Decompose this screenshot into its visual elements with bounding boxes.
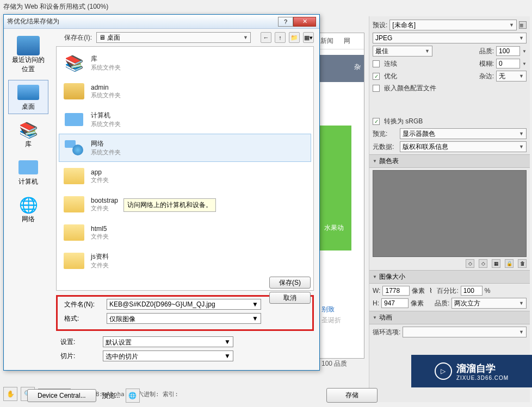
folder-icon bbox=[63, 222, 85, 243]
ct-trash-icon[interactable]: 🗑 bbox=[518, 259, 527, 268]
watermark-play-icon: ▷ bbox=[435, 362, 452, 380]
preview-dropdown-label: 预览... bbox=[102, 391, 120, 400]
preview-hero: 杂 bbox=[316, 55, 364, 82]
dialog-title: 将优化结果存储为 bbox=[7, 17, 59, 26]
slice-label: 切片: bbox=[56, 352, 97, 361]
place-label: 网络 bbox=[22, 215, 35, 224]
color-table bbox=[373, 170, 527, 257]
folder-icon bbox=[63, 251, 85, 271]
filename-label: 文件名(N): bbox=[60, 300, 101, 309]
dialog-titlebar[interactable]: 将优化结果存储为 ? ✕ bbox=[4, 15, 319, 29]
preset-select[interactable]: [未命名]▼ bbox=[389, 20, 517, 30]
folder-icon bbox=[63, 81, 85, 102]
place-label: 桌面 bbox=[22, 102, 35, 111]
new-folder-icon[interactable]: 📁 bbox=[289, 32, 300, 43]
link-icon[interactable]: ⌇ bbox=[427, 287, 435, 295]
animation-header[interactable]: 动画 bbox=[369, 311, 530, 324]
slice-select[interactable]: 选中的切片▼ bbox=[103, 350, 233, 361]
library-icon: 📚 bbox=[17, 120, 40, 140]
progressive-checkbox[interactable] bbox=[373, 60, 380, 67]
height-unit: 像素 bbox=[411, 299, 424, 308]
loop-label: 循环选项: bbox=[373, 328, 400, 337]
format-select[interactable]: JPEG▼ bbox=[373, 33, 527, 43]
format-select[interactable]: 仅限图像▼ bbox=[107, 313, 261, 324]
preview-label: 预览: bbox=[373, 129, 398, 139]
ct-icon-1[interactable]: ◇ bbox=[466, 259, 474, 268]
place-label: 最近访问的位置 bbox=[11, 55, 46, 74]
ct-lock-icon[interactable]: 🔒 bbox=[505, 259, 514, 268]
place-library[interactable]: 📚 库 bbox=[8, 117, 48, 152]
resample-label: 品质: bbox=[435, 299, 449, 308]
ct-icon-3[interactable]: ▦ bbox=[492, 259, 500, 268]
watermark-url: ZIXUE.3D66.COM bbox=[456, 375, 509, 381]
cancel-button[interactable]: 取消 bbox=[269, 292, 311, 304]
save-button[interactable]: 保存(S) bbox=[269, 277, 311, 289]
file-item-admin[interactable]: admin系统文件夹 bbox=[59, 77, 311, 105]
help-button[interactable]: ? bbox=[278, 17, 293, 27]
place-recent[interactable]: 最近访问的位置 bbox=[8, 33, 48, 77]
settings-select[interactable]: 默认设置▼ bbox=[103, 336, 233, 347]
preview-meta: 100 品质 bbox=[321, 359, 347, 368]
height-input[interactable] bbox=[381, 298, 409, 308]
file-item-html5[interactable]: html5文件夹 bbox=[59, 218, 311, 247]
convert-srgb-label: 转换为 sRGB bbox=[384, 117, 423, 126]
save-in-label: 保存在(I): bbox=[56, 33, 92, 42]
percent-label: 百分比: bbox=[437, 286, 458, 296]
watermark: ▷ 溜溜自学 ZIXUE.3D66.COM bbox=[411, 355, 532, 387]
save-dialog: 将优化结果存储为 ? ✕ 最近访问的位置 桌面 📚 库 计算机 bbox=[3, 14, 320, 371]
preview-bottom-title: 别致 bbox=[321, 305, 335, 314]
loop-select[interactable]: ▼ bbox=[403, 327, 527, 337]
matte-select[interactable]: 无▼ bbox=[496, 71, 527, 82]
app-window-title: 存储为 Web 和设备所用格式 (100%) bbox=[3, 2, 108, 11]
close-button[interactable]: ✕ bbox=[293, 17, 316, 27]
color-table-header[interactable]: 颜色表 bbox=[369, 154, 530, 168]
preview-tab-net: 网 bbox=[339, 33, 355, 49]
metadata-select[interactable]: 版权和联系信息▼ bbox=[400, 141, 527, 152]
recent-icon bbox=[17, 36, 40, 55]
image-size-header[interactable]: 图像大小 bbox=[369, 270, 530, 284]
file-list[interactable]: 📚 库系统文件夹 admin系统文件夹 计算机系统文件夹 网络系统文件夹 bbox=[56, 46, 314, 291]
file-item-computer[interactable]: 计算机系统文件夹 bbox=[59, 105, 311, 134]
computer-folder-icon bbox=[63, 109, 85, 130]
place-desktop[interactable]: 桌面 bbox=[8, 80, 48, 114]
convert-srgb-checkbox[interactable] bbox=[373, 118, 380, 125]
hand-tool-icon[interactable]: ✋ bbox=[3, 387, 17, 401]
computer-icon bbox=[17, 158, 40, 177]
height-label: H: bbox=[373, 299, 379, 307]
resample-select[interactable]: 两次立方▼ bbox=[451, 298, 527, 309]
place-label: 库 bbox=[25, 140, 32, 149]
preview-select[interactable]: 显示器颜色▼ bbox=[400, 128, 527, 139]
ct-icon-2[interactable]: ◇ bbox=[479, 259, 487, 268]
desktop-icon bbox=[17, 83, 40, 102]
metadata-label: 元数据: bbox=[373, 142, 398, 152]
store-button[interactable]: 存储 bbox=[326, 388, 378, 403]
percent-input[interactable] bbox=[461, 286, 482, 296]
optimize-checkbox[interactable] bbox=[373, 73, 380, 80]
file-item-library[interactable]: 📚 库系统文件夹 bbox=[59, 49, 311, 77]
device-central-button[interactable]: Device Central... bbox=[27, 389, 96, 402]
up-icon[interactable]: ↑ bbox=[275, 32, 286, 43]
panel-menu-icon[interactable]: ≡ bbox=[519, 21, 527, 29]
embed-profile-checkbox[interactable] bbox=[373, 85, 380, 92]
width-input[interactable] bbox=[382, 286, 410, 296]
view-menu-icon[interactable]: ▦▾ bbox=[303, 32, 314, 43]
file-item-network[interactable]: 网络系统文件夹 bbox=[59, 134, 311, 162]
file-item-app[interactable]: app文件夹 bbox=[59, 162, 311, 190]
matte-label: 杂边: bbox=[479, 72, 494, 81]
percent-unit: % bbox=[485, 287, 491, 295]
blur-input[interactable] bbox=[496, 59, 520, 68]
back-icon[interactable]: ← bbox=[261, 32, 271, 43]
settings-label: 设置: bbox=[56, 337, 97, 347]
browser-preview-icon[interactable]: 🌐 bbox=[126, 389, 140, 403]
optimize-label: 优化 bbox=[384, 72, 397, 81]
library-folder-icon: 📚 bbox=[63, 53, 85, 73]
quality-input[interactable] bbox=[496, 46, 520, 56]
preview-bottom-sub: 圣诞折 bbox=[321, 316, 341, 325]
place-computer[interactable]: 计算机 bbox=[8, 155, 48, 189]
quality-label: 品质: bbox=[479, 47, 494, 56]
save-in-select[interactable]: 🖥 桌面▼ bbox=[96, 32, 251, 43]
place-network[interactable]: 🌐 网络 bbox=[8, 192, 48, 227]
quality-preset-select[interactable]: 最佳▼ bbox=[373, 46, 432, 57]
filename-input[interactable]: KEB@S#KDZ0{D969~G}UM_QJ.jpg▼ bbox=[107, 299, 261, 310]
file-item-js[interactable]: js资料文件夹 bbox=[59, 247, 311, 275]
